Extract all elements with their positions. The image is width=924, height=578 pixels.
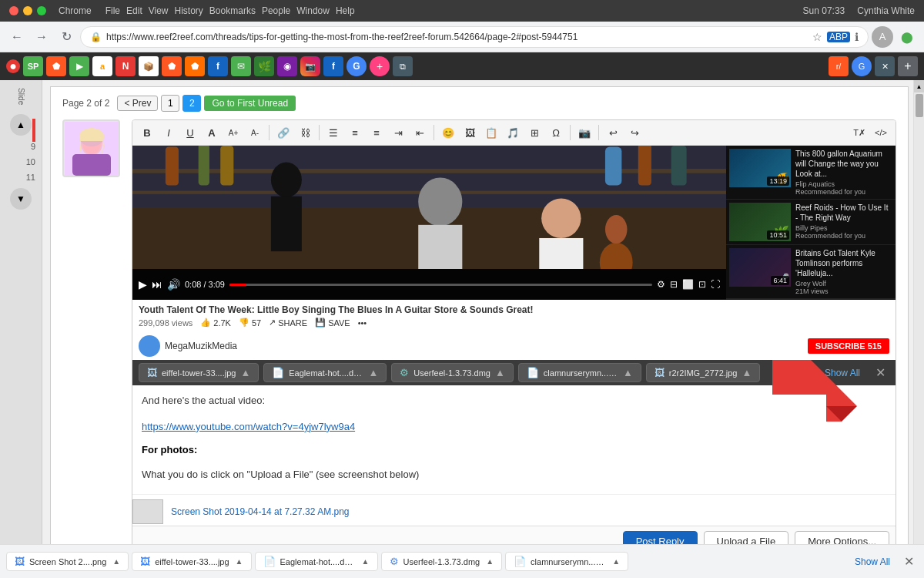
title-bar-menu-file[interactable]: File — [105, 5, 120, 16]
info-icon[interactable]: ℹ — [855, 31, 859, 43]
app-icon-mail[interactable]: ✉ — [231, 56, 251, 76]
app-icon-fb2[interactable]: f — [323, 56, 343, 76]
app-icon-reddit[interactable]: r/ — [829, 56, 849, 76]
subtitles-button[interactable]: ⊟ — [670, 279, 678, 290]
camera-button[interactable]: 📷 — [574, 123, 594, 142]
profile-button[interactable]: A — [872, 26, 893, 48]
show-all-button[interactable]: Show All — [849, 553, 896, 570]
minimize-button[interactable] — [23, 6, 32, 15]
outdent-button[interactable]: ⇤ — [410, 123, 430, 142]
save-button[interactable]: 💾 SAVE — [315, 318, 350, 328]
app-icon-sp[interactable]: SP — [23, 56, 43, 76]
image-button[interactable]: 🖼 — [460, 123, 480, 142]
sidebar-video-1[interactable]: 🐠 13:19 This 800 gallon Aquarium will Ch… — [726, 146, 896, 200]
bold-button[interactable]: B — [137, 123, 157, 142]
page-1-button[interactable]: 1 — [161, 95, 179, 112]
title-bar-menu-window[interactable]: Window — [296, 5, 330, 16]
slide-up-button[interactable]: ▲ — [10, 114, 32, 136]
address-bar[interactable]: 🔒 https://www.reef2reef.com/threads/tips… — [80, 26, 869, 48]
app-icon-chrome-ext[interactable]: G — [852, 56, 872, 76]
title-bar-menu-people[interactable]: People — [262, 5, 290, 16]
video-likes[interactable]: 👍 2.7K — [200, 318, 231, 328]
close-button[interactable] — [9, 6, 18, 15]
video-link[interactable]: https://www.youtube.com/watch?v=4yjw7lyw… — [142, 421, 355, 432]
link-button[interactable]: 🔗 — [273, 123, 293, 142]
new-tab-button[interactable]: + — [898, 56, 918, 76]
fullscreen-button[interactable]: ⛶ — [711, 279, 720, 290]
music-button[interactable]: 🎵 — [503, 123, 523, 142]
bookmark-icon[interactable]: ☆ — [812, 31, 822, 43]
list-ol-button[interactable]: ≡ — [367, 123, 387, 142]
extensions-icon[interactable]: ABP — [827, 32, 850, 42]
channel-name[interactable]: MegaMuzikMedia — [165, 341, 237, 351]
bottom-dl-item-2[interactable]: 🖼 eiffel-tower-33....jpg ▲ — [132, 552, 251, 571]
indent-button[interactable]: ⇥ — [388, 123, 408, 142]
app-icon-leaf[interactable]: 🌿 — [254, 56, 274, 76]
slide-num-10[interactable]: 10 — [0, 154, 42, 170]
font-size-down-button[interactable]: A- — [245, 123, 265, 142]
app-icon-insta[interactable]: 📷 — [300, 56, 320, 76]
sidebar-video-3[interactable]: 🎤 6:41 Britains Got Talent Kyle Tomlinso… — [726, 245, 896, 299]
app-icon-netflix[interactable]: N — [116, 56, 136, 76]
sidebar-video-4[interactable]: 🌺 6:59 Rehabilitating Dehydrated Orchids… — [726, 299, 896, 300]
source-button[interactable]: </> — [871, 123, 891, 142]
dl-item-2[interactable]: 📄 Eaglemat-hot....docx ▲ — [263, 363, 387, 382]
media-button[interactable]: 📋 — [481, 123, 501, 142]
remove-format-button[interactable]: T✗ — [849, 123, 869, 142]
app-icon-x[interactable]: ✕ — [875, 56, 895, 76]
more-options-icon[interactable]: ••• — [358, 318, 367, 328]
dl-item-4[interactable]: 📄 clamnurserymn....pdf ▲ — [518, 363, 641, 382]
scroll-thumb[interactable] — [916, 94, 923, 117]
reload-button[interactable]: ↻ — [55, 26, 77, 48]
italic-button[interactable]: I — [159, 123, 179, 142]
title-bar-menu-view[interactable]: View — [149, 5, 169, 16]
link2-button[interactable]: ⛓ — [295, 123, 315, 142]
dl-item-5[interactable]: 🖼 r2r2IMG_2772.jpg ▲ — [646, 363, 761, 382]
miniplayer-button[interactable]: ⊡ — [698, 279, 706, 290]
redo-button[interactable]: ↪ — [624, 123, 644, 142]
goto-first-unread-button[interactable]: Go to First Unread — [204, 96, 296, 111]
bottom-dl-item-3[interactable]: 📄 Eaglemat-hot....docx ▲ — [255, 552, 378, 571]
underline-button[interactable]: U — [180, 123, 200, 142]
app-icon-orange3[interactable]: ⬟ — [185, 56, 205, 76]
inpage-dl-close-button[interactable]: ✕ — [871, 364, 889, 382]
maximize-button[interactable] — [37, 6, 46, 15]
settings-button[interactable]: ⚙ — [657, 279, 665, 290]
slide-down-button[interactable]: ▼ — [10, 188, 32, 210]
editor-content-area[interactable]: ▶ ⏭ 🔊 0:08 / 3:09 ⚙ ⊟ — [132, 146, 896, 526]
extension-button[interactable]: ⬤ — [896, 26, 918, 48]
undo-button[interactable]: ↩ — [603, 123, 623, 142]
scroll-bar-right[interactable]: ▲ ▼ — [913, 80, 924, 578]
prev-button[interactable]: < Prev — [117, 96, 158, 111]
page-2-button[interactable]: 2 — [182, 95, 201, 112]
list-ul-button[interactable]: ≡ — [345, 123, 365, 142]
scroll-up-button[interactable]: ▲ — [914, 80, 925, 92]
forward-button[interactable]: → — [31, 26, 52, 48]
volume-button[interactable]: 🔊 — [167, 278, 180, 291]
dl-item-1[interactable]: 🖼 eiffel-tower-33....jpg ▲ — [139, 363, 259, 382]
title-bar-menu-bookmarks[interactable]: Bookmarks — [209, 5, 256, 16]
video-dislikes[interactable]: 👎 57 — [239, 318, 261, 328]
app-icon-purple[interactable]: ◉ — [277, 56, 297, 76]
title-bar-menu-edit[interactable]: Edit — [126, 5, 142, 16]
app-icon-green-play[interactable]: ▶ — [69, 56, 89, 76]
app-icon-amazon2[interactable]: 📦 — [139, 56, 159, 76]
emoji-button[interactable]: 😊 — [438, 123, 458, 142]
app-icon-red[interactable]: ● — [6, 59, 20, 73]
app-icon-orange[interactable]: ⬟ — [46, 56, 66, 76]
download-bar-close-button[interactable]: ✕ — [899, 553, 918, 571]
slide-num-11[interactable]: 11 — [0, 170, 42, 185]
app-icon-tab[interactable]: ⧉ — [393, 56, 413, 76]
app-icon-fb[interactable]: f — [208, 56, 228, 76]
next-button[interactable]: ⏭ — [152, 278, 162, 291]
bottom-dl-item-4[interactable]: ⚙ Userfeel-1.3.73.dmg ▲ — [381, 552, 503, 571]
play-button[interactable]: ▶ — [139, 278, 147, 291]
sidebar-video-2[interactable]: 🌿 10:51 Reef Roids - How To Use It - The… — [726, 200, 896, 245]
bottom-dl-item-1[interactable]: 🖼 Screen Shot 2....png ▲ — [6, 552, 129, 571]
app-icon-orange2[interactable]: ⬟ — [162, 56, 182, 76]
dl-item-3[interactable]: ⚙ Userfeel-1.3.73.dmg ▲ — [391, 363, 514, 382]
special-button[interactable]: Ω — [546, 123, 566, 142]
app-icon-g[interactable]: G — [346, 56, 367, 76]
text-color-button[interactable]: A — [202, 123, 222, 142]
font-size-up-button[interactable]: A+ — [223, 123, 243, 142]
